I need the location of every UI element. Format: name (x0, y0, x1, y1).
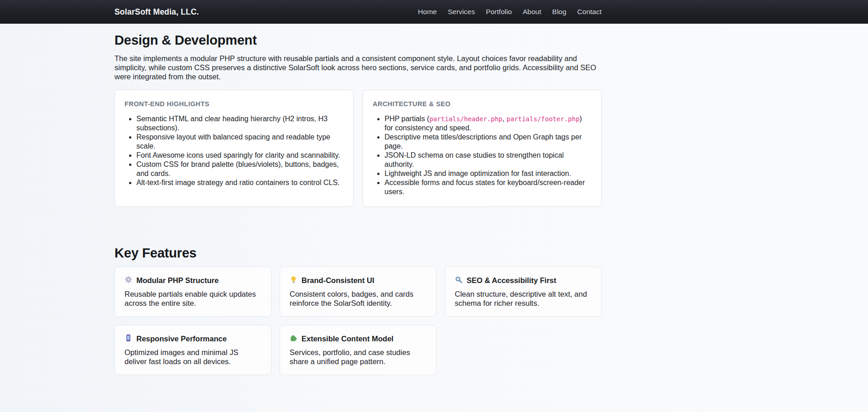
feature-title-row: Responsive Performance (125, 334, 261, 344)
feature-card-seo-accessibility: SEO & Accessibility First Clean structur… (445, 267, 602, 317)
php-partials-text: PHP partials ( (385, 115, 429, 123)
nav-link-about[interactable]: About (523, 8, 541, 16)
list-item: Font Awesome icons used sparingly for cl… (136, 151, 343, 160)
lightbulb-icon (290, 276, 297, 285)
puzzle-icon (290, 334, 297, 344)
architecture-seo-header: ARCHITECTURE & SEO (373, 100, 592, 108)
key-features-title: Key Features (114, 246, 602, 261)
design-development-intro: The site implements a modular PHP struct… (114, 54, 602, 81)
feature-title-row: Modular PHP Structure (125, 276, 261, 285)
architecture-seo-card: ARCHITECTURE & SEO PHP partials (partial… (363, 90, 602, 207)
header-php-code: partials/header.php (429, 115, 502, 123)
feature-title-row: SEO & Accessibility First (455, 276, 592, 285)
architecture-seo-list: PHP partials (partials/header.php, parti… (373, 114, 592, 196)
nav-link-blog[interactable]: Blog (552, 8, 567, 16)
features-grid: Modular PHP Structure Reusable partials … (114, 267, 602, 375)
phone-icon (125, 334, 132, 344)
feature-title: Modular PHP Structure (136, 276, 218, 285)
list-item: Semantic HTML and clear heading hierarch… (136, 114, 343, 133)
nav-links: Home Services Portfolio About Blog Conta… (418, 8, 602, 16)
feature-card-extensible-content: Extensible Content Model Services, portf… (280, 325, 437, 375)
highlight-cards-row: FRONT-END HIGHLIGHTS Semantic HTML and c… (114, 90, 602, 207)
list-item: Custom CSS for brand palette (blues/viol… (136, 160, 343, 178)
feature-card-responsive-performance: Responsive Performance Optimized images … (114, 325, 271, 375)
nav-link-home[interactable]: Home (418, 8, 437, 16)
feature-description: Clean structure, descriptive alt text, a… (455, 289, 592, 308)
list-item: Responsive layout with balanced spacing … (136, 133, 343, 151)
magnifier-icon (455, 276, 463, 285)
feature-card-brand-ui: Brand-Consistent UI Consistent colors, b… (280, 267, 437, 317)
feature-title: Responsive Performance (136, 335, 227, 343)
feature-title: SEO & Accessibility First (467, 276, 556, 285)
frontend-highlights-list: Semantic HTML and clear heading hierarch… (125, 114, 343, 187)
main-content: Design & Development The site implements… (114, 24, 602, 375)
feature-title-row: Extensible Content Model (290, 334, 426, 344)
frontend-highlights-card: FRONT-END HIGHLIGHTS Semantic HTML and c… (114, 90, 353, 207)
footer-php-code: partials/footer.php (506, 115, 579, 123)
navbar: SolarSoft Media, LLC. Home Services Port… (0, 0, 868, 24)
list-item: Alt-text-first image strategy and ratio … (136, 178, 343, 187)
nav-link-contact[interactable]: Contact (577, 8, 602, 16)
design-development-section: Design & Development The site implements… (114, 33, 602, 207)
list-item: Accessible forms and focus states for ke… (385, 178, 592, 196)
nav-link-portfolio[interactable]: Portfolio (486, 8, 512, 16)
list-item: JSON-LD schema on case studies to streng… (385, 151, 592, 169)
list-item-php-partials: PHP partials (partials/header.php, parti… (385, 114, 592, 133)
feature-title: Extensible Content Model (301, 335, 394, 343)
feature-card-modular-php: Modular PHP Structure Reusable partials … (114, 267, 271, 317)
feature-description: Optimized images and minimal JS deliver … (125, 348, 261, 366)
design-development-title: Design & Development (114, 33, 602, 48)
feature-description: Services, portfolio, and case studies sh… (290, 348, 426, 366)
list-item: Descriptive meta titles/descriptions and… (385, 133, 592, 151)
nav-link-services[interactable]: Services (448, 8, 475, 16)
feature-description: Reusable partials enable quick updates a… (125, 289, 261, 308)
feature-title-row: Brand-Consistent UI (290, 276, 426, 285)
gear-icon (125, 276, 132, 285)
brand-link[interactable]: SolarSoft Media, LLC. (114, 7, 199, 17)
list-item: Lightweight JS and image optimization fo… (385, 169, 592, 178)
feature-title: Brand-Consistent UI (301, 276, 374, 285)
feature-description: Consistent colors, badges, and cards rei… (290, 289, 426, 308)
frontend-highlights-header: FRONT-END HIGHLIGHTS (125, 100, 343, 108)
key-features-section: Key Features Modular PHP Struct (114, 246, 602, 375)
